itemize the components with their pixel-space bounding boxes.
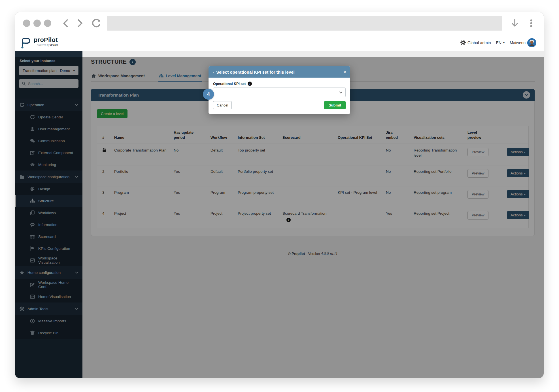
propilot-logo-icon — [20, 37, 31, 49]
close-icon[interactable]: × — [343, 70, 346, 74]
avatar[interactable] — [527, 38, 536, 47]
window-dot — [44, 20, 51, 27]
brand-name: proPilot — [34, 37, 58, 43]
brand[interactable]: proPilot — Powered by dFakto — [20, 37, 58, 49]
info-icon[interactable]: i — [248, 82, 252, 86]
browser-menu-icon[interactable] — [527, 19, 536, 28]
step-badge: 4 — [203, 89, 214, 100]
browser-chrome — [15, 12, 544, 34]
url-bar[interactable] — [107, 16, 502, 31]
reload-icon[interactable] — [92, 18, 101, 28]
brand-subtitle: — Powered by dFakto — [34, 44, 58, 46]
language-menu[interactable]: EN ▾ — [496, 41, 504, 45]
username-label: Maiwenn — [510, 41, 526, 45]
role-label: Global admin — [467, 41, 491, 45]
modal-title: Select operational KPI set for this leve… — [216, 70, 343, 74]
cancel-button[interactable]: Cancel — [213, 101, 232, 109]
caret-down-icon: ▾ — [503, 41, 505, 44]
window-dot — [33, 20, 41, 27]
back-icon[interactable] — [61, 18, 71, 28]
kpi-set-label: Operational KPI set — [213, 82, 246, 86]
kpi-set-select[interactable] — [213, 88, 346, 97]
window-dot — [23, 20, 30, 27]
modal-header: › Select operational KPI set for this le… — [209, 66, 350, 78]
gear-icon — [460, 40, 466, 45]
global-admin-menu[interactable]: Global admin — [460, 40, 491, 45]
forward-icon[interactable] — [75, 18, 85, 28]
chevron-right-icon: › — [212, 70, 214, 74]
kpi-modal: 4 › Select operational KPI set for this … — [209, 66, 350, 114]
language-label: EN — [496, 41, 501, 45]
chevron-down-icon — [339, 91, 343, 94]
submit-button[interactable]: Submit — [324, 101, 346, 109]
user-menu[interactable]: Maiwenn — [510, 38, 536, 47]
browser-window: proPilot — Powered by dFakto Global admi… — [15, 12, 544, 378]
window-control-dots — [23, 20, 51, 27]
app-header: proPilot — Powered by dFakto Global admi… — [15, 34, 544, 51]
download-icon[interactable] — [510, 19, 519, 28]
